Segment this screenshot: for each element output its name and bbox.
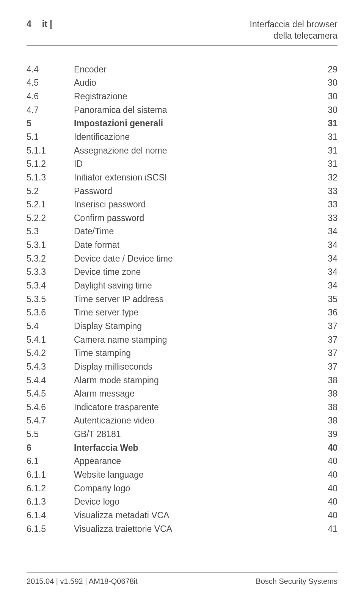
table-of-contents: 4.4Encoder294.5Audio304.6Registrazione30… xyxy=(27,63,337,536)
toc-page-number: 31 xyxy=(315,117,337,130)
toc-row: 5.5GB/T 2818139 xyxy=(27,428,337,441)
toc-row: 6.1.5Visualizza traiettorie VCA41 xyxy=(27,522,337,536)
toc-row: 5.2.2Confirm password33 xyxy=(27,212,337,225)
toc-section-title: Device time zone xyxy=(74,265,315,279)
toc-page-number: 40 xyxy=(315,509,337,522)
toc-page-number: 30 xyxy=(315,103,337,117)
toc-row: 5.1.2ID31 xyxy=(27,157,337,171)
toc-row: 5.4.6Indicatore trasparente38 xyxy=(27,401,337,414)
toc-row: 4.6Registrazione30 xyxy=(27,90,337,103)
toc-section-number: 5.4.5 xyxy=(27,387,74,401)
toc-row: 5.3.3Device time zone34 xyxy=(27,265,337,279)
toc-section-title: Indicatore trasparente xyxy=(74,401,315,414)
toc-section-title: Autenticazione video xyxy=(74,414,315,428)
toc-section-number: 5.4 xyxy=(27,320,74,333)
header-right: Interfaccia del browser della telecamera xyxy=(250,19,337,42)
toc-page-number: 33 xyxy=(315,185,337,198)
toc-page-number: 40 xyxy=(315,455,337,468)
toc-section-number: 5.2.2 xyxy=(27,212,74,225)
page-container: 4 it | Interfaccia del browser della tel… xyxy=(0,0,364,547)
toc-section-number: 5.3.4 xyxy=(27,279,74,293)
toc-page-number: 35 xyxy=(315,293,337,306)
toc-section-title: Interfaccia Web xyxy=(74,441,315,455)
toc-section-title: Display Stamping xyxy=(74,320,315,333)
toc-page-number: 32 xyxy=(315,171,337,185)
toc-section-number: 6 xyxy=(27,441,74,455)
toc-section-number: 5.4.6 xyxy=(27,401,74,414)
toc-section-title: Device logo xyxy=(74,495,315,509)
toc-page-number: 33 xyxy=(315,212,337,225)
toc-page-number: 37 xyxy=(315,320,337,333)
toc-section-number: 4.4 xyxy=(27,63,74,77)
toc-row: 5.3Date/Time34 xyxy=(27,225,337,238)
toc-page-number: 37 xyxy=(315,360,337,374)
toc-section-title: GB/T 28181 xyxy=(74,428,315,441)
toc-section-title: Password xyxy=(74,185,315,198)
toc-page-number: 40 xyxy=(315,441,337,455)
toc-row: 5.4.5Alarm message38 xyxy=(27,387,337,401)
toc-section-number: 5.3.2 xyxy=(27,252,74,266)
toc-page-number: 34 xyxy=(315,225,337,238)
toc-page-number: 29 xyxy=(315,63,337,77)
toc-section-title: Daylight saving time xyxy=(74,279,315,293)
toc-row: 6.1.1Website language40 xyxy=(27,468,337,482)
toc-row: 5.2Password33 xyxy=(27,185,337,198)
toc-page-number: 31 xyxy=(315,130,337,144)
toc-section-number: 5.1.2 xyxy=(27,157,74,171)
toc-section-title: Initiator extension iSCSI xyxy=(74,171,315,185)
toc-page-number: 38 xyxy=(315,387,337,401)
page-header: 4 it | Interfaccia del browser della tel… xyxy=(27,19,337,46)
toc-page-number: 41 xyxy=(315,522,337,536)
toc-page-number: 37 xyxy=(315,333,337,347)
toc-row: 5.1.1Assegnazione del nome31 xyxy=(27,144,337,158)
toc-section-title: Appearance xyxy=(74,455,315,468)
toc-row: 5.4Display Stamping37 xyxy=(27,320,337,333)
toc-row: 6.1.2Company logo40 xyxy=(27,482,337,496)
doc-title-line1: Interfaccia del browser xyxy=(250,19,337,30)
toc-section-number: 5.3 xyxy=(27,225,74,238)
toc-section-title: Device date / Device time xyxy=(74,252,315,266)
toc-row: 5.3.2Device date / Device time34 xyxy=(27,252,337,266)
toc-section-title: Visualizza traiettorie VCA xyxy=(74,522,315,536)
toc-section-title: Date format xyxy=(74,238,315,252)
toc-section-number: 5.4.2 xyxy=(27,347,74,360)
toc-section-title: Time server type xyxy=(74,306,315,320)
toc-page-number: 31 xyxy=(315,144,337,158)
toc-row: 5.4.1Camera name stamping37 xyxy=(27,333,337,347)
toc-row: 5.3.6Time server type36 xyxy=(27,306,337,320)
toc-page-number: 34 xyxy=(315,238,337,252)
toc-row: 4.5Audio30 xyxy=(27,76,337,90)
toc-section-title: Identificazione xyxy=(74,130,315,144)
toc-page-number: 38 xyxy=(315,401,337,414)
toc-section-title: Assegnazione del nome xyxy=(74,144,315,158)
toc-section-title: Inserisci password xyxy=(74,198,315,212)
toc-page-number: 40 xyxy=(315,495,337,509)
toc-section-number: 5.1.3 xyxy=(27,171,74,185)
toc-section-number: 5.4.3 xyxy=(27,360,74,374)
toc-row: 5.4.2Time stamping37 xyxy=(27,347,337,360)
toc-section-title: Time server IP address xyxy=(74,293,315,306)
toc-row: 5.4.4Alarm mode stamping38 xyxy=(27,374,337,387)
header-left: 4 it | xyxy=(27,19,52,29)
doc-title-line2: della telecamera xyxy=(250,30,337,42)
toc-section-title: Camera name stamping xyxy=(74,333,315,347)
toc-row: 6Interfaccia Web40 xyxy=(27,441,337,455)
toc-row: 5.3.4Daylight saving time34 xyxy=(27,279,337,293)
toc-section-number: 5.3.1 xyxy=(27,238,74,252)
toc-section-number: 5.4.4 xyxy=(27,374,74,387)
toc-section-title: Panoramica del sistema xyxy=(74,103,315,117)
toc-page-number: 30 xyxy=(315,76,337,90)
toc-page-number: 39 xyxy=(315,428,337,441)
toc-section-number: 5.3.6 xyxy=(27,306,74,320)
footer-right: Bosch Security Systems xyxy=(256,577,337,586)
toc-section-number: 4.7 xyxy=(27,103,74,117)
toc-section-title: Alarm message xyxy=(74,387,315,401)
toc-page-number: 40 xyxy=(315,482,337,496)
toc-row: 5.3.1Date format34 xyxy=(27,238,337,252)
toc-section-title: Visualizza metadati VCA xyxy=(74,509,315,522)
toc-page-number: 31 xyxy=(315,157,337,171)
toc-page-number: 34 xyxy=(315,279,337,293)
toc-section-number: 5.3.3 xyxy=(27,265,74,279)
toc-row: 4.7Panoramica del sistema30 xyxy=(27,103,337,117)
toc-section-number: 5.2 xyxy=(27,185,74,198)
